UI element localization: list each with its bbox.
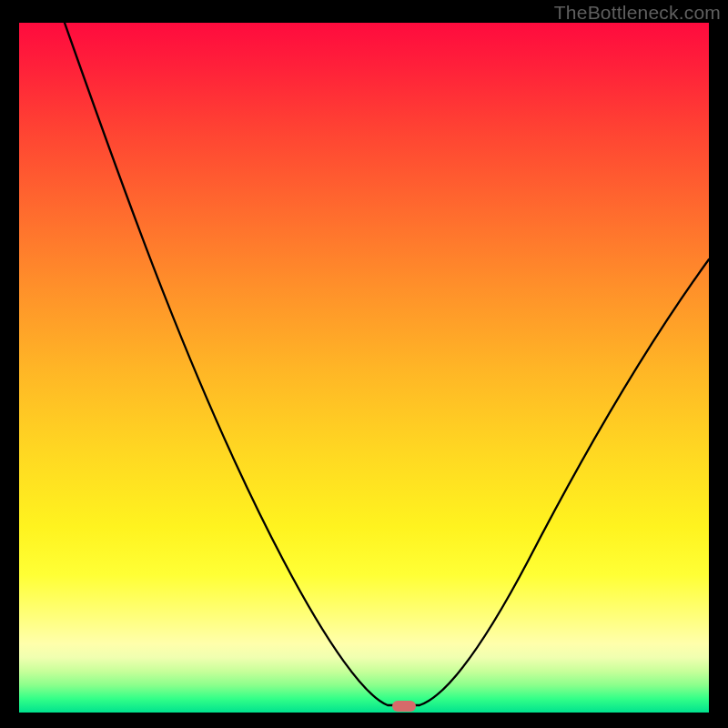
optimum-marker <box>392 701 416 712</box>
plot-area <box>19 23 709 713</box>
chart-frame: TheBottleneck.com <box>0 0 728 728</box>
watermark-text: TheBottleneck.com <box>554 2 721 24</box>
bottleneck-curve <box>19 23 709 713</box>
